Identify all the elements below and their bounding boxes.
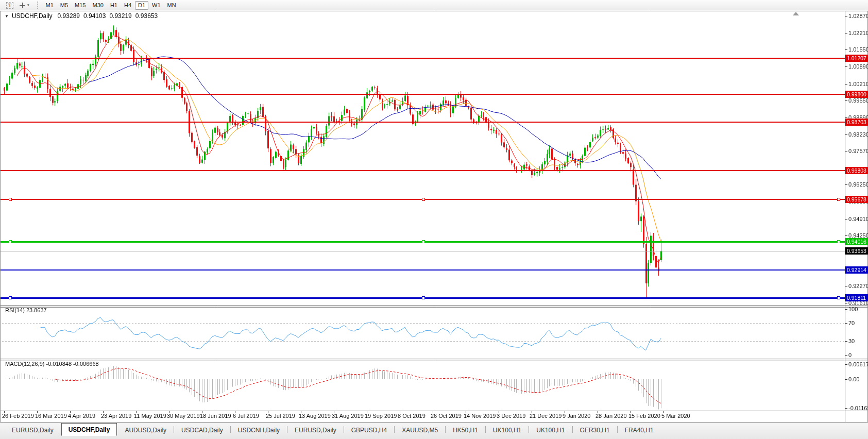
price-badge-0.94016: 0.94016	[845, 238, 868, 245]
price-badge-1.01207: 1.01207	[845, 55, 868, 62]
chevron-down-icon: ▾	[27, 3, 29, 7]
price-badge-0.99800: 0.99800	[845, 91, 868, 98]
chart-tab-audusd-daily[interactable]: AUDUSD,Daily	[118, 425, 173, 436]
date-tick-label: 15 Feb 2020	[628, 413, 660, 419]
price-tick-label: 0.99550	[848, 97, 868, 104]
chart-tab-ger30-h1[interactable]: GER30,H1	[573, 425, 617, 436]
chart-tab-bar: EURUSD,DailyUSDCHF,DailyAUDUSD,DailyUSDC…	[0, 422, 868, 439]
chart-tab-fra40-h1[interactable]: FRA40,H1	[618, 425, 660, 436]
timeframe-button-m15[interactable]: M15	[72, 1, 89, 10]
text-tool-icon: T	[6, 2, 13, 9]
price-tick-label: 1.02210	[848, 30, 868, 36]
chart-tab-usdcad-daily[interactable]: USDCAD,Daily	[175, 425, 230, 436]
rsi-tick-label: 0	[848, 352, 852, 358]
date-tick-label: 8 Oct 2019	[398, 413, 426, 419]
price-badge-0.98703: 0.98703	[845, 119, 868, 126]
collapse-arrow-icon[interactable]: ▼	[5, 14, 9, 19]
chart-caption: ▼ USDCHF,Daily 0.93289 0.94103 0.93219 0…	[5, 12, 161, 20]
rsi-tick-label: 70	[848, 320, 855, 326]
macd-tick-label: 0.006173	[848, 361, 868, 367]
date-tick-label: 3 Dec 2019	[497, 413, 525, 419]
date-tick-label: 14 Nov 2019	[464, 413, 496, 419]
timeframe-button-m5[interactable]: M5	[57, 1, 71, 10]
text-tool-button[interactable]: T	[3, 1, 16, 10]
timeframe-button-h4[interactable]: H4	[121, 1, 134, 10]
price-badge-0.95678: 0.95678	[845, 196, 868, 203]
tab-separator	[572, 426, 573, 433]
price-tick-label: 0.98230	[848, 131, 868, 138]
rsi-tick-label: 100	[848, 306, 858, 312]
date-tick-label: 16 Mar 2019	[35, 413, 67, 419]
timeframe-button-w1[interactable]: W1	[149, 1, 164, 10]
date-tick-label: 30 May 2019	[167, 413, 200, 419]
chart-tabs: EURUSD,DailyUSDCHF,DailyAUDUSD,DailyUSDC…	[0, 423, 868, 436]
price-tick-label: 0.97570	[848, 148, 868, 154]
price-badge-0.92914: 0.92914	[845, 266, 868, 274]
ohlc-open-value: 0.93289	[58, 12, 80, 20]
rsi-label: RSI(14) 23.8637	[5, 307, 47, 313]
rsi-tick-label: 30	[848, 338, 855, 344]
chart-tab-uk100-h1[interactable]: UK100,H1	[530, 425, 571, 436]
chart-tab-usdchf-daily[interactable]: USDCHF,Daily	[61, 423, 117, 436]
chart-tab-gbpusd-h4[interactable]: GBPUSD,H4	[345, 425, 394, 436]
ohlc-high-value: 0.94103	[83, 12, 106, 20]
date-tick-label: 21 Dec 2019	[530, 413, 561, 419]
date-tick-label: 26 Oct 2019	[431, 413, 462, 419]
price-badge-0.93653: 0.93653	[845, 247, 868, 255]
price-chart-canvas[interactable]	[0, 0, 868, 439]
tab-separator	[617, 426, 618, 433]
date-tick-label: 28 Jan 2020	[595, 413, 627, 419]
price-badge-0.96803: 0.96803	[845, 167, 868, 174]
date-tick-label: 4 Apr 2019	[68, 413, 95, 419]
chart-tab-eurusd-daily[interactable]: EURUSD,Daily	[288, 425, 343, 436]
price-tick-label: 1.02870	[848, 13, 868, 19]
top-toolbar: T ▾ M1M5M15M30H1H4D1W1MN	[0, 0, 868, 10]
price-badge-0.91811: 0.91811	[845, 294, 868, 301]
price-tick-label: 1.00890	[848, 63, 868, 70]
price-tick-label: 0.94910	[848, 216, 868, 222]
date-tick-label: 6 Jul 2019	[233, 413, 259, 419]
date-tick-label: 13 Aug 2019	[299, 413, 331, 419]
tab-separator	[394, 426, 395, 433]
date-tick-label: 31 Aug 2019	[332, 413, 364, 419]
chart-tab-uk100-h1[interactable]: UK100,H1	[486, 425, 528, 436]
chart-tab-hk50-h1[interactable]: HK50,H1	[446, 425, 485, 436]
date-tick-label: 23 Apr 2019	[101, 413, 131, 419]
price-tick-label: 1.01550	[848, 46, 868, 53]
price-tick-label: 0.96250	[848, 181, 868, 188]
toolbar-drag-handle[interactable]	[37, 2, 39, 9]
tab-separator	[485, 426, 486, 433]
date-tick-label: 9 Jan 2020	[563, 413, 590, 419]
date-tick-label: 25 Jul 2019	[266, 413, 295, 419]
macd-tick-label: 0.00	[848, 376, 859, 382]
timeframe-button-h1[interactable]: H1	[107, 1, 121, 10]
cursor-tool-button[interactable]: ▾	[16, 1, 32, 10]
date-tick-label: 11 May 2019	[134, 413, 166, 419]
price-tick-label: 0.92270	[848, 283, 868, 289]
date-tick-label: 26 Feb 2019	[2, 413, 34, 419]
timeframe-button-m1[interactable]: M1	[43, 1, 57, 10]
price-tick-label: 1.00210	[848, 81, 868, 87]
chart-tab-usdcnh-daily[interactable]: USDCNH,Daily	[231, 425, 286, 436]
tab-separator	[174, 426, 174, 433]
macd-label: MACD(12,26,9) -0.010848 -0.006668	[5, 361, 99, 367]
macd-tick-label: -0.011658	[848, 405, 868, 411]
date-tick-label: 18 Jun 2019	[200, 413, 231, 419]
timeframe-toolbar: M1M5M15M30H1H4D1W1MN	[43, 1, 179, 10]
tab-separator	[344, 426, 344, 433]
tab-separator	[287, 426, 287, 433]
ohlc-low-value: 0.93219	[109, 12, 131, 20]
timeframe-button-mn[interactable]: MN	[164, 1, 179, 10]
ohlc-close-value: 0.93653	[135, 12, 158, 20]
chart-symbol-label: USDCHF,Daily	[12, 12, 53, 20]
chart-tab-xauusd-m5[interactable]: XAUUSD,M5	[395, 425, 445, 436]
tab-separator	[529, 426, 529, 433]
timeframe-button-d1[interactable]: D1	[135, 1, 148, 10]
date-tick-label: 19 Sep 2019	[365, 413, 397, 419]
tab-separator	[445, 426, 446, 433]
crosshair-icon	[20, 3, 25, 8]
timeframe-button-m30[interactable]: M30	[89, 1, 106, 10]
chart-tab-eurusd-daily[interactable]: EURUSD,Daily	[5, 425, 60, 436]
tab-separator	[230, 426, 231, 433]
date-tick-label: 5 Mar 2020	[661, 413, 690, 419]
